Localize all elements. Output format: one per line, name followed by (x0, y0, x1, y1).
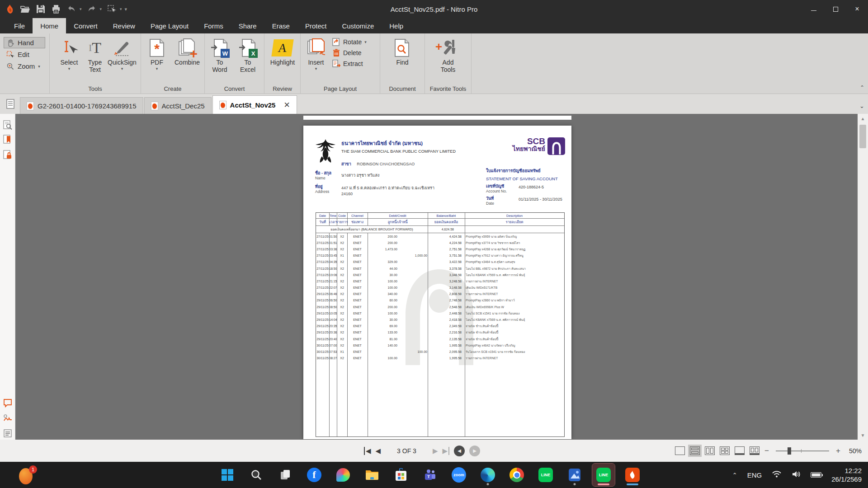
start-button[interactable] (216, 464, 239, 486)
vertical-scrollbar[interactable]: ▲ ▼ (858, 114, 868, 440)
pointer-dropdown-icon[interactable]: ▾ (120, 7, 122, 11)
nitro-pro-taskbar-icon[interactable] (621, 464, 644, 486)
scroll-down-icon[interactable]: ▼ (858, 431, 868, 440)
attachments-icon[interactable] (3, 429, 12, 439)
to-word-button[interactable]: W To Word (206, 37, 234, 73)
menu-item[interactable]: File (6, 18, 33, 33)
transaction-row: 30/11/25 08:27 X2 ENET 100.00 1,995.58 ร… (316, 355, 564, 361)
last-page-button[interactable]: ▶ (442, 447, 449, 455)
search-document-icon[interactable] (3, 120, 12, 130)
close-button[interactable]: × (846, 0, 868, 18)
zoom-slider[interactable] (776, 450, 829, 451)
open-file-icon[interactable] (20, 4, 31, 14)
single-page-view-button[interactable] (675, 446, 685, 455)
hand-tool-button[interactable]: Hand (4, 37, 45, 48)
collapse-ribbon-icon[interactable]: ⌃ (860, 84, 864, 91)
find-button[interactable]: Find (387, 37, 418, 66)
teams-icon[interactable]: T (419, 464, 441, 486)
fullscreen-view-button[interactable] (735, 446, 745, 455)
zoom-slider-thumb[interactable] (788, 447, 791, 455)
menu-item[interactable]: Customize (334, 18, 382, 33)
notification-app-icon[interactable]: 1 (19, 465, 37, 485)
task-view-button[interactable] (274, 464, 297, 486)
scb-logo-mark (547, 137, 565, 155)
security-icon[interactable] (3, 150, 12, 160)
continuous-view-button[interactable] (690, 446, 700, 455)
pointer-tool-icon[interactable] (106, 4, 117, 14)
next-page-button[interactable]: ▶ (433, 447, 438, 455)
delete-button[interactable]: Delete (332, 49, 379, 57)
hidden-icons-chevron[interactable]: ⌃ (732, 472, 737, 479)
redo-icon[interactable] (86, 4, 97, 14)
combine-button[interactable]: + Combine (171, 37, 203, 66)
line-active-icon[interactable]: LINE (592, 464, 615, 486)
signatures-icon[interactable] (3, 414, 12, 424)
taskbar-clock[interactable]: 12:22 26/1/2569 (831, 466, 862, 483)
tab-overflow-icon[interactable]: ⌄ (859, 103, 864, 109)
file-explorer-icon[interactable] (361, 464, 383, 486)
undo-icon[interactable] (66, 4, 77, 14)
photos-icon[interactable] (563, 464, 586, 486)
open-documents-list-icon[interactable] (4, 97, 17, 111)
previous-view-button[interactable]: ◀ (454, 446, 465, 456)
restore-button[interactable] (825, 0, 846, 18)
doc-tab-1[interactable]: G2-2601-01400-1769243689915 (20, 97, 143, 114)
minimize-button[interactable] (803, 0, 825, 18)
pdf-page[interactable]: ธนาคารไทยพาณิชย์ จำกัด (มหาชน) THE SIAM … (303, 126, 571, 439)
facing-pages-view-button[interactable] (705, 446, 715, 455)
microsoft-store-icon[interactable] (390, 464, 412, 486)
menu-item[interactable]: Home (33, 18, 66, 33)
bookmarks-icon[interactable] (3, 135, 12, 145)
menu-item[interactable]: Review (105, 18, 143, 33)
customize-quick-access-icon[interactable]: ▾ (125, 6, 127, 12)
zoom-out-icon[interactable]: − (764, 446, 769, 455)
comments-icon[interactable] (3, 399, 12, 408)
presentation-view-button[interactable] (750, 446, 760, 455)
redo-dropdown-icon[interactable]: ▾ (100, 7, 102, 11)
zoom-in-icon[interactable]: + (836, 446, 840, 455)
doc-tab-2[interactable]: AcctSt_Dec25 (144, 97, 212, 114)
doc-tab-3-active[interactable]: AcctSt_Nov25 ✕ (212, 95, 297, 114)
type-text-button[interactable]: IT Type Text (82, 37, 108, 73)
menu-item[interactable]: Erase (264, 18, 297, 33)
quad-view-button[interactable] (720, 446, 730, 455)
select-button[interactable]: Select ▾ (53, 37, 85, 71)
to-excel-button[interactable]: X To Excel (234, 37, 262, 73)
scrollbar-thumb[interactable] (859, 125, 866, 148)
first-page-button[interactable]: ◀ (364, 447, 371, 455)
menu-item[interactable]: Protect (297, 18, 335, 33)
scroll-up-icon[interactable]: ▲ (858, 114, 868, 123)
chrome-icon[interactable] (505, 464, 528, 486)
battery-icon[interactable] (811, 472, 821, 478)
facebook-icon[interactable]: f (303, 464, 326, 486)
rotate-button[interactable]: Rotate ▾ (332, 38, 379, 46)
next-view-button[interactable]: ▶ (469, 446, 480, 456)
menu-item[interactable]: Share (231, 18, 264, 33)
insert-button[interactable]: Insert ▾ (302, 37, 330, 71)
search-button[interactable] (245, 464, 268, 486)
wifi-icon[interactable] (772, 470, 782, 480)
copilot-icon[interactable] (332, 464, 354, 486)
print-icon[interactable] (51, 4, 61, 14)
extract-button[interactable]: Extract (332, 60, 379, 68)
save-icon[interactable] (35, 4, 46, 14)
zoom-app-icon[interactable]: zoom (448, 464, 470, 486)
undo-dropdown-icon[interactable]: ▾ (80, 7, 82, 11)
language-indicator[interactable]: ENG (747, 471, 762, 479)
menu-item[interactable]: Convert (66, 18, 105, 33)
window-title: AcctSt_Nov25.pdf - Nitro Pro (0, 5, 868, 13)
previous-page-button[interactable]: ◀ (376, 447, 381, 455)
edit-tool-button[interactable]: Edit (4, 49, 45, 60)
quicksign-button[interactable]: QuickSign ▾ (106, 37, 138, 71)
pdf-button[interactable]: * PDF ▾ (143, 37, 171, 71)
menu-item[interactable]: Help (382, 18, 411, 33)
add-tools-button[interactable]: + Add Tools (432, 37, 464, 73)
highlight-button[interactable]: A Highlight (267, 37, 298, 66)
zoom-tool-button[interactable]: Zoom ▾ (4, 61, 45, 72)
menu-item[interactable]: Page Layout (143, 18, 196, 33)
edge-icon[interactable] (476, 464, 499, 486)
volume-icon[interactable] (792, 470, 801, 480)
menu-item[interactable]: Forms (196, 18, 231, 33)
line-icon[interactable]: LINE (534, 464, 557, 486)
close-tab-icon[interactable]: ✕ (283, 100, 290, 110)
